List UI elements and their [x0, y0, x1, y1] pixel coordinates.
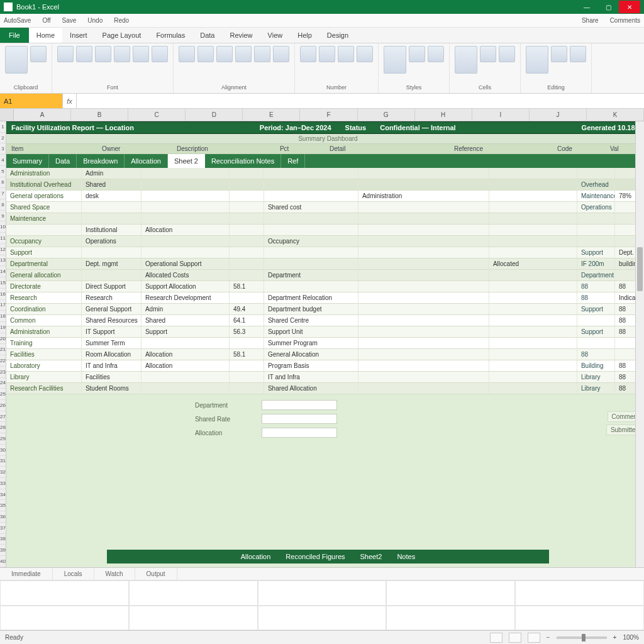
table-cell[interactable]: General allocation	[6, 270, 82, 280]
table-cell[interactable]: Laboratory	[6, 360, 82, 371]
table-cell[interactable]: Shared	[82, 179, 142, 190]
section-tab[interactable]: Sheet 2	[168, 154, 205, 168]
table-cell[interactable]	[489, 315, 577, 326]
table-cell[interactable]	[142, 202, 230, 213]
row-header[interactable]: 40	[0, 556, 6, 567]
select-all-corner[interactable]	[0, 109, 14, 121]
row-header[interactable]: 18	[0, 311, 6, 322]
table-cell[interactable]: Directorate	[6, 281, 82, 292]
row-header[interactable]: 4	[0, 155, 6, 166]
table-cell[interactable]	[264, 168, 358, 179]
table-cell[interactable]: Research	[82, 292, 142, 303]
table-cell[interactable]: Facilities	[6, 349, 82, 360]
table-cell[interactable]: Shared Space	[6, 202, 82, 213]
row-header[interactable]: 24	[0, 378, 6, 389]
table-cell[interactable]: 88	[577, 292, 615, 303]
table-cell[interactable]: Departmental	[6, 258, 82, 269]
table-cell[interactable]	[358, 236, 489, 247]
table-row[interactable]: LibraryFacilitiesIT and InfraLibrary88	[6, 372, 644, 383]
table-cell[interactable]	[230, 225, 264, 235]
table-cell[interactable]: Allocated Costs	[142, 270, 230, 280]
col-header[interactable]: K	[587, 109, 644, 121]
table-row[interactable]: Shared SpaceShared costOperations	[6, 202, 644, 213]
sheet-tab[interactable]: Sheet2	[360, 553, 382, 560]
table-cell[interactable]	[264, 179, 358, 190]
row-header[interactable]: 15	[0, 277, 6, 289]
qa-item[interactable]: Share	[582, 17, 599, 24]
row-header[interactable]: 22	[0, 355, 6, 367]
table-cell[interactable]: Shared Centre	[264, 315, 358, 326]
table-cell[interactable]: Maintenance	[577, 191, 615, 201]
table-cell[interactable]: Research	[6, 292, 82, 303]
table-row[interactable]: DirectorateDirect SupportSupport Allocat…	[6, 281, 644, 292]
table-cell[interactable]: Shared Resources	[82, 315, 142, 326]
ribbon-icon[interactable]	[76, 46, 92, 62]
table-cell[interactable]	[264, 191, 358, 201]
table-row[interactable]: ResearchResearchResearch DevelopmentDepa…	[6, 292, 644, 304]
table-cell[interactable]	[577, 338, 615, 348]
table-row[interactable]: General allocationAllocated CostsDepartm…	[6, 270, 644, 281]
table-cell[interactable]	[358, 383, 489, 394]
table-cell[interactable]: Support	[142, 326, 230, 337]
table-cell[interactable]	[358, 213, 489, 224]
table-cell[interactable]: Library	[577, 383, 615, 394]
minimize-button[interactable]: —	[576, 1, 597, 13]
ribbon-icon[interactable]	[114, 46, 130, 62]
table-row[interactable]: OccupancyOperationsOccupancy	[6, 236, 644, 247]
table-cell[interactable]: General Allocation	[264, 349, 358, 360]
table-cell[interactable]	[358, 270, 489, 280]
ribbon-icon[interactable]	[570, 46, 586, 62]
row-header[interactable]: 19	[0, 322, 6, 333]
ribbon-icon[interactable]	[409, 46, 425, 62]
qa-item[interactable]: Redo	[114, 17, 129, 24]
table-cell[interactable]	[489, 372, 577, 382]
col-header[interactable]: I	[472, 109, 530, 121]
table-row[interactable]: AdministrationIT SupportSupport56.3Suppo…	[6, 326, 644, 338]
row-header[interactable]: 26	[0, 400, 6, 411]
table-cell[interactable]	[230, 168, 264, 179]
lower-input[interactable]	[262, 414, 337, 424]
row-header[interactable]: 8	[0, 199, 6, 211]
table-cell[interactable]	[358, 225, 489, 235]
ribbon-tab-insert[interactable]: Insert	[62, 28, 95, 43]
ribbon-icon[interactable]	[57, 46, 74, 62]
ribbon-icon[interactable]	[480, 46, 496, 62]
table-cell[interactable]: Support	[577, 247, 615, 258]
row-header[interactable]: 27	[0, 411, 6, 423]
view-normal-button[interactable]	[490, 633, 502, 643]
table-row[interactable]: SupportSupportDept. Allocation	[6, 247, 644, 258]
ribbon-icon[interactable]	[179, 46, 195, 62]
formula-input[interactable]	[77, 94, 644, 108]
table-cell[interactable]	[489, 202, 577, 213]
table-cell[interactable]	[142, 213, 230, 224]
table-cell[interactable]	[230, 191, 264, 201]
table-cell[interactable]	[358, 292, 489, 303]
table-cell[interactable]: Support	[6, 247, 82, 258]
table-cell[interactable]: Training	[6, 338, 82, 348]
ribbon-icon[interactable]	[526, 46, 548, 74]
table-cell[interactable]: Student Rooms	[82, 383, 142, 394]
grid-cell[interactable]	[515, 580, 644, 606]
table-cell[interactable]: Department Relocation	[264, 292, 358, 303]
row-header[interactable]: 7	[0, 188, 6, 199]
table-cell[interactable]	[82, 247, 142, 258]
table-cell[interactable]: IT Support	[82, 326, 142, 337]
ribbon-icon[interactable]	[384, 46, 406, 74]
ribbon-icon[interactable]	[133, 46, 149, 62]
col-header[interactable]: A	[14, 109, 71, 121]
table-cell[interactable]	[358, 315, 489, 326]
ribbon-icon[interactable]	[319, 46, 335, 62]
table-cell[interactable]	[489, 225, 577, 235]
row-header[interactable]: 25	[0, 389, 6, 400]
grid-cell[interactable]	[386, 580, 515, 606]
table-row[interactable]: General operationsdeskAdministrationMain…	[6, 191, 644, 202]
grid-cell[interactable]	[258, 606, 387, 631]
row-header[interactable]: 33	[0, 478, 6, 489]
table-cell[interactable]: Summer Term	[82, 338, 142, 348]
table-cell[interactable]: IF 200m	[577, 258, 615, 269]
table-cell[interactable]	[577, 213, 615, 224]
table-cell[interactable]: Allocation	[142, 225, 230, 235]
file-tab[interactable]: File	[0, 28, 29, 43]
ribbon-tab-data[interactable]: Data	[192, 28, 222, 43]
name-box[interactable]: A1	[0, 94, 63, 108]
